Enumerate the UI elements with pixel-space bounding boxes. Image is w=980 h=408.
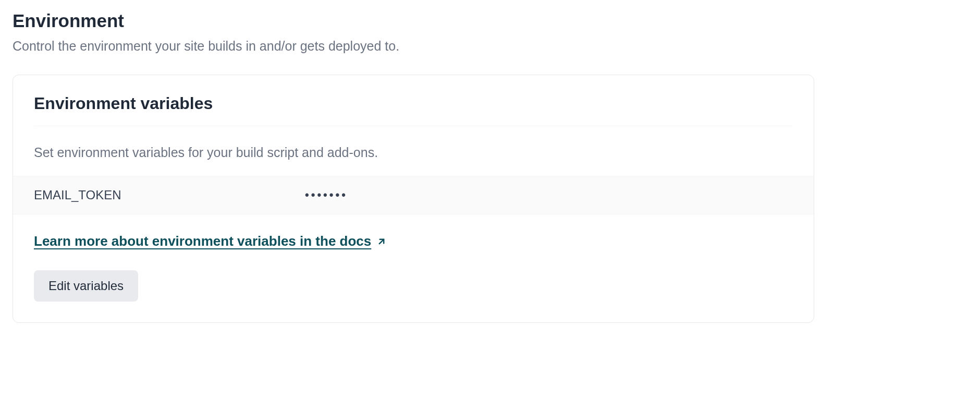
card-description: Set environment variables for your build… xyxy=(13,126,814,176)
external-link-icon xyxy=(376,236,387,247)
page-title: Environment xyxy=(13,10,967,31)
edit-variables-button[interactable]: Edit variables xyxy=(34,270,138,302)
docs-link[interactable]: Learn more about environment variables i… xyxy=(34,233,371,249)
env-var-name: EMAIL_TOKEN xyxy=(34,188,305,202)
env-var-masked-value: ••••••• xyxy=(305,188,348,202)
docs-link-row: Learn more about environment variables i… xyxy=(13,214,814,255)
card-title: Environment variables xyxy=(34,94,793,113)
card-header: Environment variables xyxy=(13,75,814,126)
page-subtitle: Control the environment your site builds… xyxy=(13,39,967,54)
env-var-row: EMAIL_TOKEN ••••••• xyxy=(13,176,814,214)
button-row: Edit variables xyxy=(13,255,814,322)
environment-variables-card: Environment variables Set environment va… xyxy=(13,75,814,323)
